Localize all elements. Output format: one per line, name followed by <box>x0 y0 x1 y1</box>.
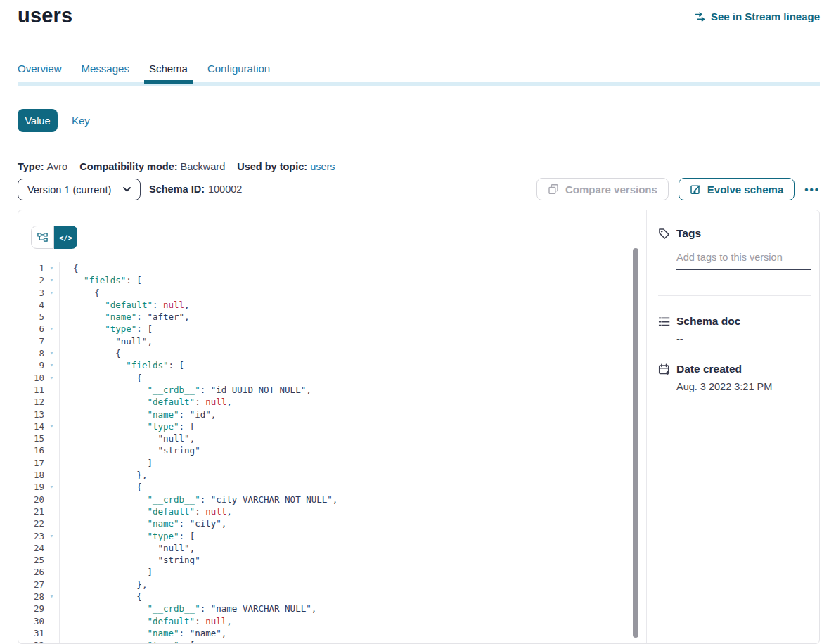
code-line: 25 "string" <box>18 554 632 566</box>
code-view-button[interactable]: </> <box>54 226 77 249</box>
value-key-toggle: Value Key <box>18 109 90 132</box>
tags-section-header: Tags <box>658 227 701 240</box>
fold-toggle-icon[interactable]: ▾ <box>44 372 60 384</box>
evolve-schema-button[interactable]: Evolve schema <box>679 178 795 200</box>
schema-id-label: Schema ID: <box>149 183 205 195</box>
tab-bar: Overview Messages Schema Configuration <box>18 63 820 86</box>
more-options-button[interactable]: ••• <box>804 183 820 195</box>
line-number: 9 <box>18 359 44 371</box>
tree-view-icon <box>37 232 48 243</box>
compat-value: Backward <box>181 161 226 172</box>
tag-icon <box>658 228 670 240</box>
type-field: Type:Avro <box>18 161 67 172</box>
compare-versions-button[interactable]: Compare versions <box>536 178 669 200</box>
line-number: 20 <box>18 494 44 505</box>
tab-schema[interactable]: Schema <box>149 63 188 84</box>
fold-toggle-icon[interactable]: ▾ <box>44 274 60 286</box>
tab-messages[interactable]: Messages <box>82 63 129 84</box>
schema-doc-icon <box>658 316 670 328</box>
fold-toggle-icon[interactable]: ▾ <box>44 481 60 493</box>
stream-lineage-label: See in Stream lineage <box>711 11 820 22</box>
line-number: 25 <box>18 554 44 566</box>
code-line: 24 "null", <box>18 542 632 554</box>
code-scrollbar[interactable] <box>633 248 638 638</box>
line-number: 32 <box>18 639 44 644</box>
tree-view-button[interactable] <box>31 226 54 249</box>
fold-toggle-icon[interactable]: ▾ <box>44 262 60 274</box>
line-number: 13 <box>18 408 44 420</box>
date-created-title: Date created <box>676 363 742 375</box>
key-tab-link[interactable]: Key <box>72 115 90 127</box>
fold-toggle-icon[interactable]: ▾ <box>44 287 60 299</box>
line-number: 31 <box>18 627 44 639</box>
fold-toggle-icon[interactable]: ▾ <box>44 347 60 359</box>
code-line: 4 "default": null, <box>18 299 632 311</box>
code-line: 17 ] <box>18 457 632 469</box>
compat-label: Compatibility mode: <box>79 161 177 172</box>
value-tab-button[interactable]: Value <box>18 109 58 132</box>
compat-field: Compatibility mode:Backward <box>79 161 225 172</box>
line-number: 17 <box>18 457 44 469</box>
line-number: 7 <box>18 335 44 347</box>
version-select[interactable]: Version 1 (current) <box>18 179 141 200</box>
schema-id-value: 100002 <box>208 183 242 195</box>
schema-page: users See in Stream lineage Overview Mes… <box>0 0 836 644</box>
line-number: 2 <box>18 274 44 286</box>
topic-field: Used by topic:users <box>237 161 335 172</box>
code-line: 18 }, <box>18 469 632 481</box>
fold-toggle-icon[interactable]: ▾ <box>44 639 60 644</box>
code-line: 31 "name": "name", <box>18 627 632 639</box>
schema-viewer-panel: </> 1▾ {2▾ "fields": [3▾ {4 "default": n… <box>18 210 820 644</box>
line-number: 27 <box>18 579 44 591</box>
date-created-section-header: Date created <box>658 363 742 375</box>
line-number: 3 <box>18 287 44 299</box>
add-tags-input[interactable] <box>676 250 811 270</box>
code-line: 29 "__crdb__": "name VARCHAR NULL", <box>18 603 632 614</box>
fold-toggle-icon[interactable]: ▾ <box>44 530 60 542</box>
stream-lineage-link[interactable]: See in Stream lineage <box>695 11 820 22</box>
fold-toggle-icon[interactable]: ▾ <box>44 323 60 335</box>
type-value: Avro <box>47 161 68 172</box>
schema-doc-section-header: Schema doc <box>658 315 740 328</box>
code-line: 8▾ { <box>18 347 632 359</box>
evolve-schema-icon <box>690 183 701 195</box>
line-number: 22 <box>18 517 44 529</box>
line-number: 12 <box>18 396 44 408</box>
line-number: 19 <box>18 481 44 493</box>
evolve-schema-label: Evolve schema <box>707 183 783 195</box>
version-bar: Version 1 (current) Schema ID:100002 Com… <box>18 178 820 201</box>
fold-toggle-icon[interactable]: ▾ <box>44 359 60 371</box>
code-line: 3▾ { <box>18 287 632 299</box>
line-number: 1 <box>18 262 44 274</box>
code-line: 28▾ { <box>18 591 632 603</box>
sidebar-divider <box>658 295 811 296</box>
code-line: 11 "__crdb__": "id UUID NOT NULL", <box>18 384 632 396</box>
code-line: 12 "default": null, <box>18 396 632 408</box>
code-line: 7 "null", <box>18 335 632 347</box>
code-line: 10▾ { <box>18 372 632 384</box>
topic-link[interactable]: users <box>310 161 335 172</box>
date-created-value: Aug. 3 2022 3:21 PM <box>676 381 772 392</box>
line-number: 30 <box>18 615 44 627</box>
fold-toggle-icon[interactable]: ▾ <box>44 591 60 603</box>
code-line: 1▾ { <box>18 262 632 274</box>
schema-doc-value: -- <box>676 333 683 344</box>
schema-id: Schema ID:100002 <box>149 183 242 195</box>
tab-configuration[interactable]: Configuration <box>207 63 270 84</box>
line-number: 14 <box>18 420 44 432</box>
code-view-icon: </> <box>59 233 72 242</box>
tab-overview[interactable]: Overview <box>18 63 62 84</box>
code-line: 20 "__crdb__": "city VARCHAR NOT NULL", <box>18 494 632 505</box>
code-line: 26 ] <box>18 566 632 578</box>
code-line: 23▾ "type": [ <box>18 530 632 542</box>
line-number: 24 <box>18 542 44 554</box>
stream-lineage-icon <box>695 11 706 22</box>
compare-versions-icon <box>548 183 559 195</box>
compare-versions-label: Compare versions <box>565 183 657 195</box>
line-number: 11 <box>18 384 44 396</box>
line-number: 28 <box>18 591 44 603</box>
line-number: 21 <box>18 505 44 517</box>
code-line: 19▾ { <box>18 481 632 493</box>
fold-toggle-icon[interactable]: ▾ <box>44 420 60 432</box>
panel-divider <box>646 210 647 643</box>
